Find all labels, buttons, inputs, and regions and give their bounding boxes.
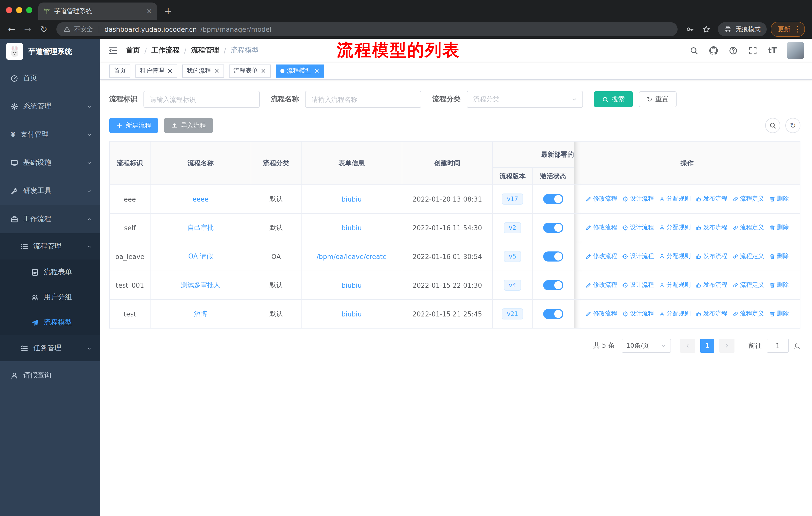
app-logo[interactable]: 芋道管理系统: [0, 39, 100, 64]
action-edit-link[interactable]: 修改流程: [585, 252, 617, 261]
action-design-link[interactable]: 设计流程: [622, 223, 654, 232]
breadcrumb-item[interactable]: 流程管理: [191, 46, 219, 55]
sidebar-item-workflow[interactable]: 工作流程: [0, 205, 100, 233]
tab-close-icon[interactable]: ×: [146, 7, 152, 15]
active-status-toggle[interactable]: [543, 251, 563, 262]
action-edit-link[interactable]: 修改流程: [585, 281, 617, 290]
menu-dots-icon[interactable]: ⋮: [794, 25, 802, 33]
sidebar-item-leave-query[interactable]: 请假查询: [0, 361, 100, 389]
breadcrumb-item[interactable]: 首页: [126, 46, 140, 55]
view-tab-my-process[interactable]: 我的流程×: [182, 64, 224, 77]
active-status-toggle[interactable]: [543, 280, 563, 290]
action-delete-link[interactable]: 删除: [769, 195, 789, 203]
form-info-link[interactable]: biubiu: [342, 310, 362, 318]
create-process-button[interactable]: 新建流程: [109, 118, 158, 133]
action-edit-link[interactable]: 修改流程: [585, 195, 617, 203]
action-edit-link[interactable]: 修改流程: [585, 310, 617, 318]
search-button[interactable]: 搜索: [594, 91, 633, 107]
action-publish-link[interactable]: 发布流程: [696, 223, 727, 232]
action-delete-link[interactable]: 删除: [769, 252, 789, 261]
close-icon[interactable]: ×: [314, 67, 319, 74]
reset-button[interactable]: ↻ 重置: [639, 91, 676, 107]
sidebar-toggle[interactable]: [108, 46, 118, 55]
action-delete-link[interactable]: 删除: [769, 310, 789, 318]
help-icon[interactable]: [729, 46, 737, 55]
action-define-link[interactable]: 流程定义: [732, 195, 764, 203]
address-bar[interactable]: 不安全 dashboard.yudao.iocoder.cn/bpm/manag…: [56, 22, 677, 36]
action-assign-link[interactable]: 分配规则: [659, 195, 691, 203]
action-assign-link[interactable]: 分配规则: [659, 281, 691, 290]
sidebar-item-infrastructure[interactable]: 基础设施: [0, 148, 100, 177]
action-edit-link[interactable]: 修改流程: [585, 223, 617, 232]
close-icon[interactable]: ×: [214, 67, 220, 74]
process-name-input[interactable]: [305, 91, 422, 108]
font-size-icon[interactable]: tT: [768, 46, 777, 55]
action-publish-link[interactable]: 发布流程: [696, 310, 727, 318]
action-assign-link[interactable]: 分配规则: [659, 252, 691, 261]
prev-page-button[interactable]: [680, 338, 695, 353]
sidebar-item-user-group[interactable]: 用户分组: [0, 285, 100, 310]
sidebar-item-process-form[interactable]: 流程表单: [0, 260, 100, 285]
bookmark-star-icon[interactable]: [699, 22, 714, 37]
sidebar-item-process-management[interactable]: 流程管理: [0, 233, 100, 260]
import-process-button[interactable]: 导入流程: [164, 118, 213, 133]
action-design-link[interactable]: 设计流程: [622, 310, 654, 318]
new-tab-button[interactable]: +: [164, 5, 172, 16]
action-design-link[interactable]: 设计流程: [622, 195, 654, 203]
traffic-light-close[interactable]: [6, 7, 12, 13]
action-assign-link[interactable]: 分配规则: [659, 223, 691, 232]
show-search-button[interactable]: [765, 118, 780, 133]
action-publish-link[interactable]: 发布流程: [696, 195, 727, 203]
avatar[interactable]: [787, 42, 804, 59]
goto-page-input[interactable]: [767, 338, 789, 353]
view-tab-process-form[interactable]: 流程表单×: [229, 64, 271, 77]
browser-tab[interactable]: 芋道管理系统 ×: [38, 2, 157, 20]
form-info-link[interactable]: biubiu: [342, 195, 362, 203]
sidebar-item-home[interactable]: 首页: [0, 64, 100, 92]
close-icon[interactable]: ×: [261, 67, 266, 74]
page-number[interactable]: 1: [700, 338, 714, 353]
sidebar-item-system[interactable]: 系统管理: [0, 92, 100, 120]
forward-button[interactable]: →: [20, 22, 35, 37]
view-tab-process-model[interactable]: 流程模型×: [276, 64, 324, 77]
action-delete-link[interactable]: 删除: [769, 223, 789, 232]
process-name-link[interactable]: 自己审批: [187, 224, 214, 231]
back-button[interactable]: ←: [4, 22, 19, 37]
form-info-link[interactable]: biubiu: [342, 224, 362, 232]
fullscreen-icon[interactable]: [748, 46, 757, 55]
process-name-link[interactable]: 滔博: [194, 310, 207, 318]
password-key-icon[interactable]: [683, 22, 698, 37]
action-define-link[interactable]: 流程定义: [732, 223, 764, 232]
form-info-link[interactable]: biubiu: [342, 281, 362, 289]
form-info-link[interactable]: /bpm/oa/leave/create: [317, 253, 387, 260]
sidebar-item-process-model[interactable]: 流程模型: [0, 310, 100, 335]
action-delete-link[interactable]: 删除: [769, 281, 789, 290]
search-icon[interactable]: [689, 46, 698, 55]
sidebar-item-dev-tools[interactable]: 研发工具: [0, 177, 100, 205]
category-select[interactable]: 流程分类: [467, 91, 583, 108]
action-assign-link[interactable]: 分配规则: [659, 310, 691, 318]
active-status-toggle[interactable]: [543, 309, 563, 319]
active-status-toggle[interactable]: [543, 223, 563, 233]
traffic-light-zoom[interactable]: [26, 7, 32, 13]
view-tab-home[interactable]: 首页: [109, 64, 130, 77]
traffic-light-minimize[interactable]: [16, 7, 22, 13]
action-publish-link[interactable]: 发布流程: [696, 252, 727, 261]
sidebar-item-task-management[interactable]: 任务管理: [0, 335, 100, 361]
process-name-link[interactable]: 测试多审批人: [181, 281, 220, 289]
view-tab-tenant-management[interactable]: 租户管理×: [136, 64, 177, 77]
close-icon[interactable]: ×: [167, 67, 173, 74]
action-define-link[interactable]: 流程定义: [732, 310, 764, 318]
process-name-link[interactable]: OA 请假: [188, 252, 213, 260]
github-icon[interactable]: [709, 46, 718, 55]
action-design-link[interactable]: 设计流程: [622, 281, 654, 290]
process-name-link[interactable]: eeee: [193, 195, 209, 203]
refresh-table-button[interactable]: ↻: [785, 118, 801, 133]
breadcrumb-item[interactable]: 工作流程: [151, 46, 179, 55]
process-key-input[interactable]: [143, 91, 260, 108]
update-chip[interactable]: 更新 ⋮: [771, 22, 805, 37]
action-design-link[interactable]: 设计流程: [622, 252, 654, 261]
sidebar-item-payment[interactable]: ¥支付管理: [0, 120, 100, 148]
action-define-link[interactable]: 流程定义: [732, 252, 764, 261]
next-page-button[interactable]: [719, 338, 734, 353]
